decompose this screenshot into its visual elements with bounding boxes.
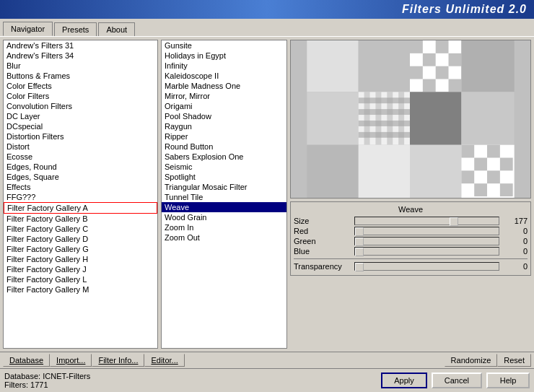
middle-list-item[interactable]: Weave <box>162 202 286 212</box>
svg-rect-9 <box>423 79 436 92</box>
editor-button[interactable]: Editor... <box>144 354 184 367</box>
help-button[interactable]: Help <box>486 373 530 388</box>
database-label: Database: <box>4 372 40 380</box>
middle-list-item[interactable]: Tunnel Tile <box>162 192 286 202</box>
tab-presets[interactable]: Presets <box>54 22 97 36</box>
import-button[interactable]: Import... <box>50 354 92 367</box>
preview-svg <box>291 40 530 198</box>
middle-list-item[interactable]: Zoom Out <box>162 232 286 243</box>
blue-value: 0 <box>502 247 528 256</box>
left-list-item[interactable]: Filter Factory Gallery L <box>4 274 157 284</box>
left-list-item[interactable]: Filter Factory Gallery J <box>4 264 157 274</box>
left-list[interactable]: Andrew's Filters 31Andrew's Filters 34Bl… <box>4 40 157 348</box>
left-list-item[interactable]: Filter Factory Gallery D <box>4 234 157 244</box>
left-list-item[interactable]: Filter Factory Gallery M <box>4 284 157 295</box>
svg-rect-10 <box>449 79 462 92</box>
database-value: ICNET-Filters <box>43 372 90 380</box>
blue-slider-track[interactable] <box>354 247 499 256</box>
transparency-slider-row: Transparency 0 <box>294 262 528 271</box>
svg-rect-0 <box>307 40 358 92</box>
green-label: Green <box>294 237 351 245</box>
filters-value: 1771 <box>30 380 48 389</box>
middle-list-item[interactable]: Ripper <box>162 131 286 141</box>
action-buttons: Apply Cancel Help <box>381 373 530 388</box>
svg-rect-11 <box>461 40 514 92</box>
svg-rect-35 <box>500 183 513 196</box>
middle-list-item[interactable]: Gunsite <box>162 40 286 51</box>
left-list-item[interactable]: Color Filters <box>4 91 157 101</box>
middle-list-item[interactable]: Round Button <box>162 141 286 152</box>
transparency-slider-track[interactable] <box>354 262 499 271</box>
left-list-item[interactable]: Distortion Filters <box>4 131 157 141</box>
filter-name-label: Weave <box>294 205 528 214</box>
middle-list-item[interactable]: Mirror, Mirror <box>162 91 286 101</box>
left-list-item[interactable]: DC Layer <box>4 111 157 121</box>
svg-rect-5 <box>423 53 436 66</box>
left-list-item[interactable]: Filter Factory Gallery A <box>4 202 157 214</box>
database-button[interactable]: Database <box>3 354 50 367</box>
left-list-item[interactable]: Filter Factory Gallery G <box>4 244 157 254</box>
filter-info-button[interactable]: Filter Info... <box>92 354 144 367</box>
left-list-item[interactable]: DCspecial <box>4 121 157 131</box>
left-list-item[interactable]: Color Effects <box>4 81 157 91</box>
left-list-item[interactable]: Filter Factory Gallery H <box>4 254 157 264</box>
left-list-item[interactable]: Effects <box>4 182 157 192</box>
middle-list-item[interactable]: Kaleidoscope II <box>162 71 286 81</box>
transparency-value: 0 <box>502 262 528 271</box>
size-slider-thumb[interactable] <box>450 217 458 226</box>
middle-list-item[interactable]: Spotlight <box>162 172 286 182</box>
red-slider-track[interactable] <box>354 227 499 235</box>
red-slider-row: Red 0 <box>294 227 528 235</box>
left-list-item[interactable]: Filter Factory Gallery C <box>4 224 157 234</box>
middle-list-item[interactable]: Infinity <box>162 61 286 71</box>
red-label: Red <box>294 227 351 235</box>
middle-list-item[interactable]: Triangular Mosaic Filter <box>162 182 286 192</box>
svg-rect-1 <box>359 40 410 92</box>
left-list-item[interactable]: Andrew's Filters 34 <box>4 51 157 61</box>
reset-button[interactable]: Reset <box>497 354 531 367</box>
left-list-item[interactable]: Ecosse <box>4 152 157 162</box>
middle-list-item[interactable]: Zoom In <box>162 222 286 232</box>
left-list-item[interactable]: Andrew's Filters 31 <box>4 40 157 51</box>
left-list-item[interactable]: Edges, Round <box>4 162 157 172</box>
middle-list-item[interactable]: Wood Grain <box>162 212 286 222</box>
left-list-item[interactable]: Buttons & Frames <box>4 71 157 81</box>
left-list-item[interactable]: FFG??? <box>4 192 157 202</box>
middle-list[interactable]: GunsiteHolidays in EgyptInfinityKaleidos… <box>161 40 287 349</box>
middle-list-item[interactable]: Seismic <box>162 162 286 172</box>
size-slider-track[interactable] <box>354 217 499 225</box>
svg-rect-18 <box>364 92 370 144</box>
green-value: 0 <box>502 237 528 245</box>
right-panel: GunsiteHolidays in EgyptInfinityKaleidos… <box>161 40 531 349</box>
middle-list-item[interactable]: Raygun <box>162 121 286 131</box>
tab-navigator[interactable]: Navigator <box>3 22 53 36</box>
middle-list-item[interactable]: Origami <box>162 101 286 111</box>
size-value: 177 <box>502 217 528 225</box>
green-slider-thumb[interactable] <box>355 238 364 246</box>
transparency-slider-thumb[interactable] <box>355 263 364 271</box>
tab-about[interactable]: About <box>98 22 135 36</box>
randomize-button[interactable]: Randomize <box>445 354 498 367</box>
middle-list-item[interactable]: Marble Madness One <box>162 81 286 91</box>
svg-rect-3 <box>410 40 423 53</box>
middle-list-item[interactable]: Pool Shadow <box>162 111 286 121</box>
size-label: Size <box>294 217 351 225</box>
green-slider-track[interactable] <box>354 237 499 245</box>
title-bar: Filters Unlimited 2.0 <box>0 0 534 19</box>
apply-button[interactable]: Apply <box>381 373 427 388</box>
svg-rect-22 <box>410 92 461 144</box>
left-list-item[interactable]: Convolution Filters <box>4 101 157 111</box>
middle-list-item[interactable]: Holidays in Egypt <box>162 51 286 61</box>
blue-slider-row: Blue 0 <box>294 247 528 256</box>
blue-slider-thumb[interactable] <box>355 248 364 256</box>
left-list-item[interactable]: Edges, Square <box>4 172 157 182</box>
blue-label: Blue <box>294 247 351 256</box>
left-list-item[interactable]: Filter Factory Gallery B <box>4 214 157 224</box>
left-list-item[interactable]: Distort <box>4 141 157 152</box>
middle-list-item[interactable]: Sabers Explosion One <box>162 152 286 162</box>
controls-area: Weave Size 177 Red <box>290 201 531 276</box>
preview-controls: Weave Size 177 Red <box>290 40 531 349</box>
cancel-button[interactable]: Cancel <box>432 373 482 388</box>
left-list-item[interactable]: Blur <box>4 61 157 71</box>
red-slider-thumb[interactable] <box>355 227 364 236</box>
